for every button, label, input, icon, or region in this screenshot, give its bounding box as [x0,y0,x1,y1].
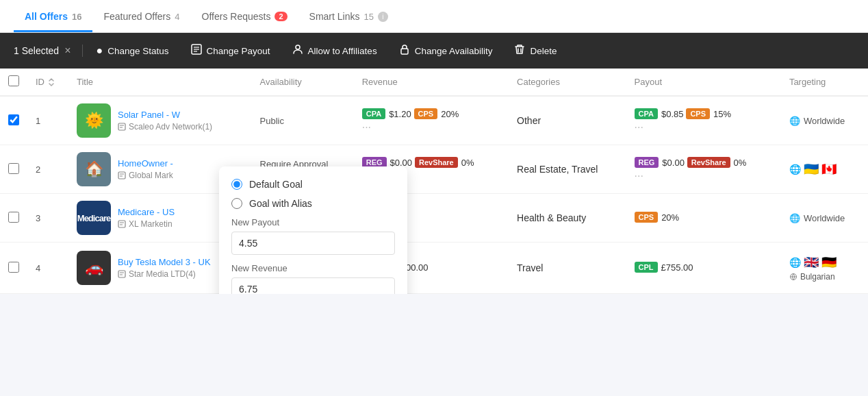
col-header-payout: Payout [626,69,781,96]
tab-all-offers-label: All Offers [25,11,68,22]
col-header-targeting: Targeting [781,69,868,96]
svg-point-4 [296,45,300,49]
change-payout-label: Change Payout [207,46,270,56]
row-1-targeting: 🌐Worldwide [781,96,868,145]
row-2-network: Global Mark [118,171,173,180]
row-4-payout: CPL£755.00 [626,243,781,294]
row-3-targeting: 🌐Worldwide [781,194,868,243]
tab-featured-offers-count: 4 [175,12,179,22]
delete-icon [514,44,525,58]
table-row: 2 🏠 HomeOwner - Global Mark [0,145,868,194]
change-payout-button[interactable]: Change Payout [180,38,281,63]
change-status-icon: ● [97,45,103,57]
new-revenue-label: New Revenue [231,263,395,273]
row-1-availability: Public [252,96,354,145]
row-3-logo: Medicare [77,201,111,235]
row-1-revenue: CPA$1.20 CPS20% ··· [354,96,509,145]
svg-rect-13 [118,221,125,227]
delete-button[interactable]: Delete [503,38,567,63]
col-header-availability: Availability [252,69,354,96]
row-4-categories: Travel [509,243,626,294]
tab-offers-requests[interactable]: Offers Requests 2 [191,0,298,32]
row-4-targeting: 🌐 🇬🇧 🇩🇪 Bulgarian [781,243,868,294]
change-availability-button[interactable]: Change Availability [388,38,504,63]
row-2-offer-name[interactable]: HomeOwner - [118,158,173,169]
row-1-id: 1 [27,96,68,145]
table-row: 3 Medicare Medicare - US XL Marketin [0,194,868,243]
tab-featured-offers[interactable]: Featured Offers 4 [92,0,190,32]
row-2-targeting: 🌐 🇺🇦 🇨🇦 [781,145,868,194]
row-4-logo: 🚗 [77,251,111,285]
radio-default-goal-label: Default Goal [249,179,303,190]
row-3-checkbox[interactable] [8,212,19,223]
new-revenue-input[interactable] [231,277,395,294]
row-1-title-cell: 🌞 Solar Panel - W Scaleo Adv Network(1) [68,96,252,145]
deselect-button[interactable]: × [64,45,71,57]
svg-rect-6 [118,123,125,130]
selected-label: 1 Selected [14,45,59,56]
row-3-id: 3 [27,194,68,243]
change-payout-icon [191,44,202,58]
row-2-categories: Real Estate, Travel [509,145,626,194]
tab-featured-offers-label: Featured Offers [103,11,170,22]
change-status-label: Change Status [107,46,168,56]
select-all-checkbox[interactable] [8,75,19,86]
row-1-payout: CPA$0.85 CPS15% ··· [626,96,781,145]
tab-smart-links-label: Smart Links [309,11,360,22]
allow-affiliates-icon [292,44,303,58]
tab-all-offers-count: 16 [72,12,81,22]
tab-smart-links[interactable]: Smart Links 15 i [298,0,399,32]
new-payout-input[interactable] [231,232,395,255]
selected-indicator: 1 Selected × [14,45,83,57]
col-header-id: ID [27,69,68,96]
tab-offers-requests-label: Offers Requests [202,11,271,22]
svg-rect-16 [118,271,125,277]
row-3-offer-name[interactable]: Medicare - US [118,207,175,217]
row-2-checkbox[interactable] [8,163,19,174]
row-3-payout: CPS20% [626,194,781,243]
svg-rect-5 [401,49,408,54]
tab-offers-requests-badge: 2 [275,12,287,21]
tab-all-offers[interactable]: All Offers 16 [14,0,92,32]
tab-smart-links-count: 15 [363,12,373,22]
allow-affiliates-label: Allow to Affiliates [308,46,377,56]
row-1-logo: 🌞 [77,103,111,138]
col-header-categories: Categories [509,69,626,96]
svg-rect-9 [118,172,125,179]
radio-goal-alias-input[interactable] [231,198,242,209]
col-header-title: Title [68,69,252,96]
table-row: 1 🌞 Solar Panel - W Scaleo Adv Network(1… [0,96,868,145]
row-2-id: 2 [27,145,68,194]
tabs-bar: All Offers 16 Featured Offers 4 Offers R… [0,0,868,33]
action-bar: 1 Selected × ● Change Status Change Payo… [0,33,868,69]
row-4-network: Star Media LTD(4) [118,269,211,279]
row-1-categories: Other [509,96,626,145]
offers-table-container: ID Title Availability Revenue Categories… [0,69,868,294]
change-availability-icon [399,44,410,58]
row-1-network: Scaleo Adv Network(1) [118,122,212,132]
table-row: 4 🚗 Buy Tesla Model 3 - UK Star Media LT… [0,243,868,294]
row-4-id: 4 [27,243,68,294]
row-4-offer-name[interactable]: Buy Tesla Model 3 - UK [118,257,211,267]
row-1-offer-name[interactable]: Solar Panel - W [118,110,212,120]
radio-default-goal[interactable]: Default Goal [231,179,395,190]
delete-label: Delete [530,46,557,56]
change-status-button[interactable]: ● Change Status [86,39,180,62]
row-4-checkbox[interactable] [8,262,19,273]
row-2-payout: REG$0.00 RevShare0% ··· [626,145,781,194]
row-3-network: XL Marketin [118,219,175,229]
col-header-revenue: Revenue [354,69,509,96]
change-availability-label: Change Availability [415,46,493,56]
smart-links-info-icon[interactable]: i [378,12,388,22]
change-payout-dropdown: Default Goal Goal with Alias New Payout … [219,166,407,294]
row-3-categories: Health & Beauty [509,194,626,243]
radio-default-goal-input[interactable] [231,179,242,190]
row-2-logo: 🏠 [77,152,111,186]
offers-table: ID Title Availability Revenue Categories… [0,69,868,294]
radio-goal-alias-label: Goal with Alias [249,198,312,209]
radio-goal-with-alias[interactable]: Goal with Alias [231,198,395,209]
new-payout-label: New Payout [231,217,395,227]
row-1-checkbox[interactable] [8,114,19,125]
allow-to-affiliates-button[interactable]: Allow to Affiliates [281,38,388,63]
